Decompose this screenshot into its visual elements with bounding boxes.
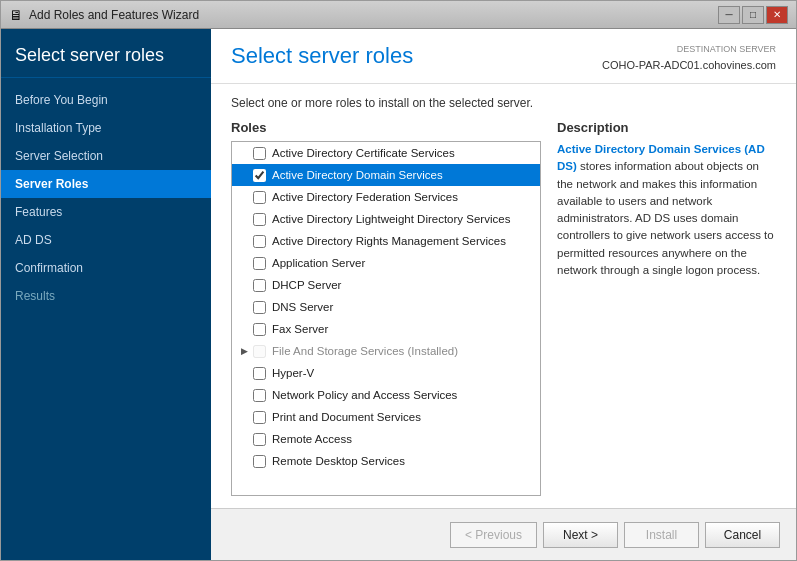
expand-arrow [238, 279, 250, 291]
expand-arrow [238, 213, 250, 225]
role-checkbox-fax[interactable] [253, 323, 266, 336]
window-title: Add Roles and Features Wizard [29, 8, 199, 22]
footer: < Previous Next > Install Cancel [211, 508, 796, 560]
role-label-hyperv: Hyper-V [272, 367, 314, 379]
content-area: Select server roles Before You Begin Ins… [1, 29, 796, 560]
role-label-remoteaccess: Remote Access [272, 433, 352, 445]
role-checkbox-remoteaccess[interactable] [253, 433, 266, 446]
role-checkbox-adrms[interactable] [253, 235, 266, 248]
sidebar-item-results: Results [1, 282, 211, 310]
role-item-appserver[interactable]: Application Server [232, 252, 540, 274]
role-label-filestorage: File And Storage Services (Installed) [272, 345, 458, 357]
expand-arrow [238, 147, 250, 159]
role-item-adrms[interactable]: Active Directory Rights Management Servi… [232, 230, 540, 252]
main-body: Select one or more roles to install on t… [211, 84, 796, 508]
role-checkbox-rds[interactable] [253, 455, 266, 468]
description-text: Active Directory Domain Services (AD DS)… [557, 141, 776, 279]
role-checkbox-adds[interactable] [253, 169, 266, 182]
expand-arrow [238, 389, 250, 401]
sidebar-item-confirmation[interactable]: Confirmation [1, 254, 211, 282]
dest-server-label: DESTINATION SERVER [602, 43, 776, 57]
role-label-npas: Network Policy and Access Services [272, 389, 457, 401]
role-item-rds[interactable]: Remote Desktop Services [232, 450, 540, 472]
role-item-dhcp[interactable]: DHCP Server [232, 274, 540, 296]
expand-arrow [238, 235, 250, 247]
role-label-adlds: Active Directory Lightweight Directory S… [272, 213, 510, 225]
description-body: stores information about objects on the … [557, 160, 774, 276]
expand-arrow [238, 169, 250, 181]
role-label-rds: Remote Desktop Services [272, 455, 405, 467]
role-label-adfs: Active Directory Federation Services [272, 191, 458, 203]
roles-list[interactable]: Active Directory Certificate Services Ac… [231, 141, 541, 496]
role-item-filestorage[interactable]: ▶ File And Storage Services (Installed) [232, 340, 540, 362]
role-item-pds[interactable]: Print and Document Services [232, 406, 540, 428]
role-item-hyperv[interactable]: Hyper-V [232, 362, 540, 384]
role-checkbox-appserver[interactable] [253, 257, 266, 270]
expand-arrow [238, 257, 250, 269]
sidebar-header: Select server roles [1, 29, 211, 78]
sidebar-item-features[interactable]: Features [1, 198, 211, 226]
role-label-adrms: Active Directory Rights Management Servi… [272, 235, 506, 247]
sidebar-title: Select server roles [15, 45, 197, 67]
expand-arrow [238, 455, 250, 467]
main-window: 🖥 Add Roles and Features Wizard ─ □ ✕ Se… [0, 0, 797, 561]
expand-arrow [238, 411, 250, 423]
sidebar-item-before-you-begin[interactable]: Before You Begin [1, 86, 211, 114]
page-title: Select server roles [231, 43, 413, 69]
role-checkbox-adfs[interactable] [253, 191, 266, 204]
cancel-button[interactable]: Cancel [705, 522, 780, 548]
dest-server-info: DESTINATION SERVER COHO-PAR-ADC01.cohovi… [602, 43, 776, 73]
next-button[interactable]: Next > [543, 522, 618, 548]
sidebar-item-ad-ds[interactable]: AD DS [1, 226, 211, 254]
role-label-pds: Print and Document Services [272, 411, 421, 423]
roles-section: Roles Active Directory Certificate Servi… [231, 120, 776, 496]
restore-button[interactable]: □ [742, 6, 764, 24]
role-checkbox-npas[interactable] [253, 389, 266, 402]
role-checkbox-hyperv[interactable] [253, 367, 266, 380]
role-item-dns[interactable]: DNS Server [232, 296, 540, 318]
description-panel: Description Active Directory Domain Serv… [557, 120, 776, 496]
window-icon: 🖥 [9, 7, 23, 23]
install-button: Install [624, 522, 699, 548]
role-label-appserver: Application Server [272, 257, 365, 269]
expand-arrow [238, 301, 250, 313]
role-item-remoteaccess[interactable]: Remote Access [232, 428, 540, 450]
role-label-dns: DNS Server [272, 301, 333, 313]
close-button[interactable]: ✕ [766, 6, 788, 24]
expand-arrow [238, 323, 250, 335]
role-label-fax: Fax Server [272, 323, 328, 335]
role-checkbox-dhcp[interactable] [253, 279, 266, 292]
expand-arrow [238, 367, 250, 379]
sidebar-nav: Before You Begin Installation Type Serve… [1, 78, 211, 310]
minimize-button[interactable]: ─ [718, 6, 740, 24]
sidebar-item-server-roles[interactable]: Server Roles [1, 170, 211, 198]
main-header: Select server roles DESTINATION SERVER C… [211, 29, 796, 84]
main-content: Select server roles DESTINATION SERVER C… [211, 29, 796, 560]
role-label-adds: Active Directory Domain Services [272, 169, 443, 181]
previous-button[interactable]: < Previous [450, 522, 537, 548]
role-checkbox-pds[interactable] [253, 411, 266, 424]
expand-arrow-filestorage: ▶ [238, 345, 250, 357]
role-checkbox-adcs[interactable] [253, 147, 266, 160]
sidebar-item-installation-type[interactable]: Installation Type [1, 114, 211, 142]
expand-arrow [238, 433, 250, 445]
dest-server-name: COHO-PAR-ADC01.cohovines.com [602, 57, 776, 74]
expand-arrow [238, 191, 250, 203]
sidebar: Select server roles Before You Begin Ins… [1, 29, 211, 560]
role-checkbox-dns[interactable] [253, 301, 266, 314]
role-item-adlds[interactable]: Active Directory Lightweight Directory S… [232, 208, 540, 230]
roles-label: Roles [231, 120, 541, 135]
role-checkbox-filestorage [253, 345, 266, 358]
titlebar-buttons: ─ □ ✕ [718, 6, 788, 24]
role-item-adds[interactable]: Active Directory Domain Services [232, 164, 540, 186]
role-checkbox-adlds[interactable] [253, 213, 266, 226]
roles-list-container: Roles Active Directory Certificate Servi… [231, 120, 541, 496]
description-label: Description [557, 120, 776, 135]
role-label-adcs: Active Directory Certificate Services [272, 147, 455, 159]
role-item-fax[interactable]: Fax Server [232, 318, 540, 340]
instruction-text: Select one or more roles to install on t… [231, 96, 776, 110]
sidebar-item-server-selection[interactable]: Server Selection [1, 142, 211, 170]
role-item-adcs[interactable]: Active Directory Certificate Services [232, 142, 540, 164]
role-item-npas[interactable]: Network Policy and Access Services [232, 384, 540, 406]
role-item-adfs[interactable]: Active Directory Federation Services [232, 186, 540, 208]
